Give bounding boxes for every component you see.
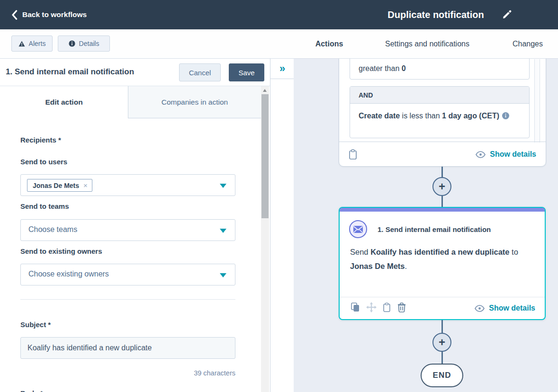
workflow-editor: Back to workflows Duplicate notification… bbox=[0, 0, 558, 392]
alerts-button[interactable]: Alerts bbox=[11, 36, 53, 52]
condition-box-1: greater than 0 bbox=[350, 59, 530, 80]
end-label: END bbox=[433, 371, 451, 380]
show-details-link[interactable]: Show details bbox=[476, 142, 536, 167]
action-edit-panel: 1. Send internal email notification Canc… bbox=[0, 59, 270, 392]
action-card-send-email[interactable]: 1. Send internal email notification Send… bbox=[339, 207, 546, 320]
eye-icon bbox=[476, 151, 486, 158]
subject-label: Subject * bbox=[20, 321, 51, 329]
action-card-title: 1. Send internal email notification bbox=[378, 225, 491, 233]
panel-collapse-strip: » bbox=[270, 59, 294, 392]
connector-line bbox=[441, 320, 443, 333]
send-to-users-label: Send to users bbox=[20, 158, 67, 166]
workflow-title: Duplicate notification bbox=[360, 0, 512, 29]
double-chevron-right-icon: » bbox=[279, 62, 285, 75]
alerts-label: Alerts bbox=[29, 40, 46, 47]
add-action-button[interactable]: + bbox=[432, 333, 451, 352]
show-details-link[interactable]: Show details bbox=[475, 297, 535, 320]
tab-companies-in-action[interactable]: Companies in action bbox=[128, 86, 261, 118]
collapse-panel-button[interactable]: » bbox=[270, 59, 294, 79]
condition-2-text: Create date is less than 1 day ago (CET) bbox=[359, 109, 522, 122]
save-button[interactable]: Save bbox=[229, 63, 264, 81]
teams-placeholder: Choose teams bbox=[28, 225, 77, 234]
scrollbar-up-arrow-icon[interactable] bbox=[263, 89, 267, 92]
details-button[interactable]: Details bbox=[58, 36, 110, 52]
back-chevron-icon bbox=[11, 10, 18, 20]
character-count: 39 characters bbox=[20, 369, 235, 377]
chevron-down-icon[interactable] bbox=[220, 229, 226, 233]
warning-icon bbox=[18, 41, 25, 47]
chip-remove-icon[interactable]: × bbox=[83, 182, 88, 189]
condition-box-2: AND Create date is less than 1 day ago (… bbox=[350, 86, 530, 138]
panel-tabs: Edit action Companies in action bbox=[0, 86, 261, 118]
send-to-teams-select[interactable]: Choose teams bbox=[20, 219, 235, 241]
email-action-badge bbox=[349, 220, 367, 238]
connector-line bbox=[441, 167, 443, 178]
info-icon[interactable] bbox=[502, 112, 509, 119]
plus-icon: + bbox=[439, 181, 445, 192]
action-card-summary: Send Koalify has identified a new duplic… bbox=[350, 245, 537, 273]
back-label: Back to workflows bbox=[22, 10, 87, 19]
copy-icon[interactable] bbox=[351, 303, 360, 312]
tab-settings-and-notifications[interactable]: Settings and notifications bbox=[372, 29, 482, 58]
tab-edit-action[interactable]: Edit action bbox=[0, 86, 128, 118]
show-details-label: Show details bbox=[490, 150, 536, 159]
section-divider bbox=[20, 299, 235, 300]
clipboard-icon[interactable] bbox=[383, 303, 391, 312]
toolbar: Alerts Details Actions Settings and noti… bbox=[0, 29, 558, 59]
clipboard-icon[interactable] bbox=[349, 149, 357, 160]
edit-title-pencil-icon[interactable] bbox=[502, 9, 512, 19]
envelope-icon bbox=[353, 226, 363, 233]
enrollment-trigger-card[interactable]: greater than 0 AND Create date is less t… bbox=[339, 59, 546, 167]
panel-title: 1. Send internal email notification bbox=[6, 67, 134, 77]
eye-icon bbox=[475, 305, 485, 312]
and-operator-label: AND bbox=[350, 87, 529, 104]
subject-input[interactable] bbox=[20, 337, 235, 359]
chevron-down-icon[interactable] bbox=[220, 184, 226, 188]
body-label-partial: Body * bbox=[20, 389, 43, 392]
move-icon[interactable] bbox=[366, 302, 377, 312]
user-chip-label: Jonas De Mets bbox=[33, 182, 79, 189]
workflow-canvas[interactable]: greater than 0 AND Create date is less t… bbox=[294, 59, 558, 392]
user-chip: Jonas De Mets × bbox=[27, 179, 92, 192]
connector-line bbox=[441, 196, 443, 207]
action-type-color-strip bbox=[340, 208, 545, 212]
recipients-label: Recipients * bbox=[20, 136, 61, 144]
tab-actions[interactable]: Actions bbox=[294, 29, 365, 58]
condition-1-text: greater than 0 bbox=[359, 64, 406, 73]
owners-placeholder: Choose existing owners bbox=[28, 270, 109, 278]
trash-icon[interactable] bbox=[397, 303, 406, 312]
send-to-owners-label: Send to existing owners bbox=[20, 247, 102, 255]
workflow-end-node[interactable]: END bbox=[421, 364, 463, 387]
plus-icon: + bbox=[439, 337, 445, 348]
details-label: Details bbox=[79, 40, 99, 47]
info-icon bbox=[69, 40, 75, 47]
cancel-button[interactable]: Cancel bbox=[179, 63, 221, 81]
send-to-owners-select[interactable]: Choose existing owners bbox=[20, 264, 235, 285]
show-details-label: Show details bbox=[489, 304, 535, 312]
card-scrollbar[interactable] bbox=[534, 59, 540, 143]
condition-card-footer: Show details bbox=[339, 142, 546, 166]
send-to-users-select[interactable]: Jonas De Mets × bbox=[20, 174, 235, 196]
add-action-button[interactable]: + bbox=[432, 177, 451, 196]
chevron-down-icon[interactable] bbox=[220, 273, 226, 277]
back-to-workflows-link[interactable]: Back to workflows bbox=[11, 0, 87, 29]
panel-scrollbar[interactable] bbox=[261, 86, 269, 392]
top-nav: Back to workflows Duplicate notification bbox=[0, 0, 558, 29]
tab-changes[interactable]: Changes bbox=[503, 29, 552, 58]
connector-line bbox=[441, 352, 443, 364]
scrollbar-thumb[interactable] bbox=[261, 94, 269, 218]
send-to-teams-label: Send to teams bbox=[20, 202, 69, 210]
panel-header: 1. Send internal email notification Canc… bbox=[0, 59, 270, 86]
